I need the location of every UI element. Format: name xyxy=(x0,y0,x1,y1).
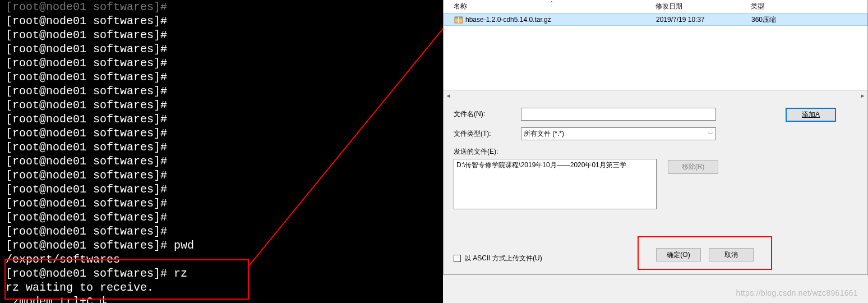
ascii-checkbox[interactable] xyxy=(454,255,461,262)
sendfiles-listbox[interactable]: D:\传智专修学院课程\2019年10月——2020年01月第三学 xyxy=(454,159,657,209)
ascii-checkbox-label: 以 ASCII 方式上传文件(U) xyxy=(464,254,542,263)
annotation-ok-highlight: 确定(O) 取消 xyxy=(638,236,772,270)
file-list-header[interactable]: 名称 修改日期 类型 xyxy=(444,0,867,13)
sort-indicator-icon: ˄ xyxy=(550,1,553,7)
file-list[interactable]: ˄ 名称 修改日期 类型 hbase-1.2.0-cdh5.14.0.tar.g… xyxy=(444,0,867,100)
column-header-date[interactable]: 修改日期 xyxy=(655,2,751,11)
watermark-text: https://blog.csdn.net/wzc8961661 xyxy=(736,288,858,297)
horizontal-scrollbar[interactable]: ◄ ► xyxy=(444,90,867,100)
file-type: 360压缩 xyxy=(751,15,867,25)
terminal-pane[interactable]: [root@node01 softwares]# [root@node01 so… xyxy=(0,0,443,303)
column-header-type[interactable]: 类型 xyxy=(751,2,867,11)
sendfiles-item[interactable]: D:\传智专修学院课程\2019年10月——2020年01月第三学 xyxy=(456,160,654,170)
cancel-button[interactable]: 取消 xyxy=(709,248,754,261)
filename-label: 文件名(N): xyxy=(454,109,521,119)
file-list-row[interactable]: hbase-1.2.0-cdh5.14.0.tar.gz 2019/7/19 1… xyxy=(444,13,867,26)
filename-input[interactable] xyxy=(521,108,716,121)
file-date: 2019/7/19 10:37 xyxy=(656,16,751,24)
archive-icon xyxy=(454,15,463,24)
remove-button[interactable]: 移除(R) xyxy=(668,160,718,174)
filetype-label: 文件类型(T): xyxy=(454,129,521,139)
chevron-down-icon: ﹀ xyxy=(708,130,713,138)
file-name: hbase-1.2.0-cdh5.14.0.tar.gz xyxy=(465,16,551,24)
column-header-name[interactable]: 名称 xyxy=(444,2,655,11)
dialog-form-area: 文件名(N): 添加A 文件类型(T): 所有文件 (*.*) ﹀ 发送的文件(… xyxy=(444,100,867,274)
filetype-select[interactable]: 所有文件 (*.*) ﹀ xyxy=(521,127,716,140)
svg-rect-3 xyxy=(458,17,459,23)
add-button[interactable]: 添加A xyxy=(786,108,836,122)
scroll-left-icon[interactable]: ◄ xyxy=(444,91,453,100)
filetype-value: 所有文件 (*.*) xyxy=(524,129,564,139)
scroll-thumb[interactable] xyxy=(453,91,858,100)
scroll-right-icon[interactable]: ► xyxy=(858,91,867,100)
ok-button[interactable]: 确定(O) xyxy=(656,248,701,261)
sendfiles-label: 发送的文件(E): xyxy=(454,147,521,157)
file-upload-dialog: ˄ 名称 修改日期 类型 hbase-1.2.0-cdh5.14.0.tar.g… xyxy=(443,0,868,275)
